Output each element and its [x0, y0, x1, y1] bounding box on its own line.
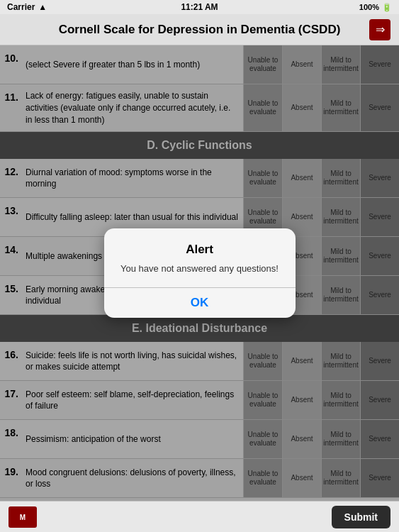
- app-title: Cornell Scale for Depression in Dementia…: [30, 23, 369, 37]
- battery-icon: 🔋: [382, 3, 392, 12]
- status-bar-time: 11:21 AM: [181, 2, 218, 12]
- content-area: 10. (select Severe if greater than 5 lbs…: [0, 45, 399, 501]
- alert-overlay: Alert You have not answered any question…: [0, 45, 399, 501]
- login-icon[interactable]: ⇒: [369, 19, 390, 40]
- alert-buttons: OK: [104, 288, 296, 318]
- status-bar: Carrier ▲ 11:21 AM 100% 🔋: [0, 0, 399, 14]
- app-logo: M: [9, 506, 37, 528]
- alert-dialog: Alert You have not answered any question…: [104, 228, 296, 317]
- battery-text: 100%: [359, 3, 379, 11]
- app-header: Cornell Scale for Depression in Dementia…: [0, 14, 399, 45]
- wifi-icon: ▲: [38, 2, 47, 12]
- alert-message: You have not answered any questions!: [116, 262, 284, 275]
- svg-text:M: M: [20, 514, 26, 521]
- alert-title: Alert: [116, 243, 284, 257]
- carrier-text: Carrier: [7, 2, 35, 12]
- status-bar-right: 100% 🔋: [359, 3, 392, 12]
- submit-button[interactable]: Submit: [332, 506, 390, 528]
- alert-ok-button[interactable]: OK: [104, 288, 296, 318]
- logo-icon: M: [12, 509, 33, 525]
- bottom-bar: M Submit: [0, 501, 399, 532]
- alert-content: Alert You have not answered any question…: [104, 228, 296, 287]
- status-bar-left: Carrier ▲: [7, 2, 47, 12]
